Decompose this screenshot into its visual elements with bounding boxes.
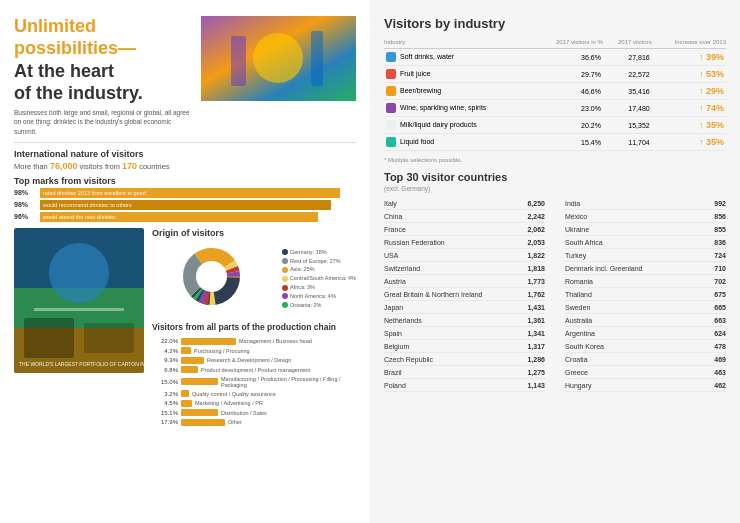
top-marks-bar-row: 98% rated drinktec 2013 from excellent t… bbox=[14, 188, 356, 198]
table-row: Milk/liquid dairy products 20.2% 15,352 … bbox=[384, 117, 726, 134]
country-value: 1,762 bbox=[527, 291, 545, 298]
origin-legend: Germany: 38%Rest of Europe: 27%Asia: 25%… bbox=[282, 248, 356, 310]
country-row: Switzerland1,818 bbox=[384, 263, 545, 275]
country-row: Greece463 bbox=[565, 367, 726, 379]
country-value: 1,773 bbox=[527, 278, 545, 285]
country-value: 724 bbox=[714, 252, 726, 259]
svg-point-7 bbox=[49, 243, 109, 303]
country-row: China2,242 bbox=[384, 211, 545, 223]
chain-bar bbox=[181, 347, 191, 354]
chain-pct: 22.0% bbox=[152, 338, 178, 344]
table-row: Fruit juice 29.7% 22,572 ↑ 53% bbox=[384, 66, 726, 83]
country-value: 1,341 bbox=[527, 330, 545, 337]
countries-grid: Italy6,250India992China2,242Mexico856Fra… bbox=[384, 198, 726, 392]
legend-item: Germany: 38% bbox=[282, 248, 356, 257]
table-header: 2017 visitors in % bbox=[535, 39, 603, 49]
country-row: Czech Republic1,286 bbox=[384, 354, 545, 366]
chain-bar bbox=[181, 390, 189, 397]
bar-pct: 96% bbox=[14, 213, 36, 220]
country-name: Poland bbox=[384, 382, 406, 389]
svg-rect-10 bbox=[84, 323, 134, 353]
bar-fill: would attend the next drinktec bbox=[40, 212, 318, 222]
country-name: Greece bbox=[565, 369, 588, 376]
legend-item: Oceania: 2% bbox=[282, 301, 356, 310]
bar-fill: would recommend drinktec to others bbox=[40, 200, 331, 210]
legend-item: Rest of Europe: 27% bbox=[282, 257, 356, 266]
country-row: Croatia469 bbox=[565, 354, 726, 366]
country-row: France2,062 bbox=[384, 224, 545, 236]
table-header: 2017 visitors bbox=[603, 39, 652, 49]
top-marks-title: Top marks from visitors bbox=[14, 176, 356, 186]
country-name: Turkey bbox=[565, 252, 586, 259]
country-name: India bbox=[565, 200, 580, 207]
table-header: Increase over 2013 bbox=[652, 39, 726, 49]
industry-name: Fruit juice bbox=[384, 66, 535, 83]
country-row: Ukraine855 bbox=[565, 224, 726, 236]
table-row: Soft drinks, water 36.6% 27,816 ↑ 39% bbox=[384, 49, 726, 66]
chain-pct: 4.5% bbox=[152, 400, 178, 406]
chain-pct: 6.8% bbox=[152, 367, 178, 373]
country-row: Thailand675 bbox=[565, 289, 726, 301]
top30-title: Top 30 visitor countries bbox=[384, 171, 726, 183]
country-name: Hungary bbox=[565, 382, 591, 389]
country-value: 2,053 bbox=[527, 239, 545, 246]
country-row: Denmark incl. Greenland710 bbox=[565, 263, 726, 275]
svg-text:THE WORLD'S LARGEST PORTFOLIO : THE WORLD'S LARGEST PORTFOLIO OF CARTON … bbox=[19, 361, 144, 367]
country-name: Belgium bbox=[384, 343, 409, 350]
country-name: Romania bbox=[565, 278, 593, 285]
country-name: Netherlands bbox=[384, 317, 422, 324]
description: Businesses both large and small, regiona… bbox=[14, 108, 193, 135]
chain-desc: Research & Development / Design bbox=[207, 357, 356, 363]
country-value: 462 bbox=[714, 382, 726, 389]
chain-bar-row: 6.8% Product development / Product manag… bbox=[152, 366, 356, 373]
chain-pct: 15.0% bbox=[152, 379, 178, 385]
country-row: Spain1,341 bbox=[384, 328, 545, 340]
country-value: 624 bbox=[714, 330, 726, 337]
country-value: 855 bbox=[714, 226, 726, 233]
country-name: Australia bbox=[565, 317, 592, 324]
top30-subtitle: (excl. Germany) bbox=[384, 185, 726, 192]
legend-item: Central/South America: 4% bbox=[282, 274, 356, 283]
country-value: 2,062 bbox=[527, 226, 545, 233]
country-row: South Korea478 bbox=[565, 341, 726, 353]
industry-pct: 46.6% bbox=[535, 83, 603, 100]
table-header: Industry bbox=[384, 39, 535, 49]
industry-visitors: 15,352 bbox=[603, 117, 652, 134]
country-row: Sweden665 bbox=[565, 302, 726, 314]
country-value: 663 bbox=[714, 317, 726, 324]
country-name: Austria bbox=[384, 278, 406, 285]
svg-rect-3 bbox=[311, 31, 323, 86]
country-row: Hungary462 bbox=[565, 380, 726, 392]
visitors-count: More than 76,000 visitors from 170 count… bbox=[14, 161, 356, 171]
industry-pct: 36.6% bbox=[535, 49, 603, 66]
country-row: Great Britain & Northern Ireland1,762 bbox=[384, 289, 545, 301]
chain-desc: Distribution / Sales bbox=[221, 410, 356, 416]
chain-bar-row: 9.3% Research & Development / Design bbox=[152, 357, 356, 364]
country-name: Spain bbox=[384, 330, 402, 337]
chain-bar bbox=[181, 378, 218, 385]
country-name: Japan bbox=[384, 304, 403, 311]
country-name: Czech Republic bbox=[384, 356, 433, 363]
right-panel: Visitors by industry Industry2017 visito… bbox=[370, 0, 740, 523]
chain-bar-row: 17.9% Other bbox=[152, 419, 356, 426]
country-name: Brazil bbox=[384, 369, 402, 376]
country-value: 1,822 bbox=[527, 252, 545, 259]
industry-pct: 20.2% bbox=[535, 117, 603, 134]
svg-rect-9 bbox=[24, 318, 74, 358]
footnote: * Multiple selections possible. bbox=[384, 157, 726, 163]
country-name: Ukraine bbox=[565, 226, 589, 233]
industry-table: Industry2017 visitors in %2017 visitorsI… bbox=[384, 39, 726, 151]
country-value: 675 bbox=[714, 291, 726, 298]
chain-bar-row: 4.5% Marketing / Advertising / PR bbox=[152, 400, 356, 407]
country-value: 469 bbox=[714, 356, 726, 363]
top-marks-bar-row: 98% would recommend drinktec to others bbox=[14, 200, 356, 210]
country-name: Denmark incl. Greenland bbox=[565, 265, 642, 272]
country-row: Japan1,431 bbox=[384, 302, 545, 314]
left-panel: Unlimited possibilities— At the heart of… bbox=[0, 0, 370, 523]
donut-chart bbox=[179, 244, 249, 314]
country-value: 710 bbox=[714, 265, 726, 272]
country-row: India992 bbox=[565, 198, 726, 210]
country-row: Mexico856 bbox=[565, 211, 726, 223]
industry-increase: ↑ 35% bbox=[652, 134, 726, 151]
country-name: France bbox=[384, 226, 406, 233]
